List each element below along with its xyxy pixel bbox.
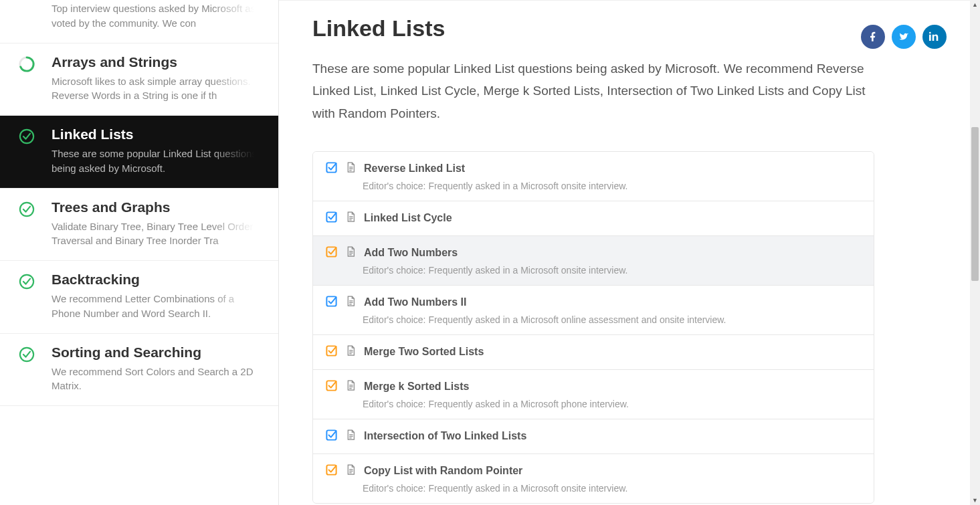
- document-icon: [346, 162, 356, 176]
- progress-ring-icon: [17, 54, 37, 73]
- social-share: [861, 15, 947, 49]
- question-title: Linked List Cycle: [364, 212, 452, 224]
- sidebar-item-title: Backtracking: [52, 272, 265, 288]
- question-item[interactable]: Add Two Numbers IIEditor's choice: Frequ…: [313, 286, 874, 335]
- document-icon: [346, 345, 356, 359]
- svg-point-8: [20, 275, 33, 288]
- sidebar-item-desc: Top interview questions asked by Microso…: [52, 1, 265, 31]
- question-title: Add Two Numbers: [364, 247, 458, 259]
- document-icon: [346, 246, 356, 260]
- sidebar-item-trees[interactable]: Trees and Graphs Validate Binary Tree, B…: [0, 189, 278, 262]
- sidebar-item-desc: Validate Binary Tree, Binary Tree Level …: [52, 219, 265, 249]
- question-title: Reverse Linked List: [364, 163, 465, 175]
- question-subtitle: Editor's choice: Frequently asked in a M…: [325, 261, 862, 276]
- question-title: Intersection of Two Linked Lists: [364, 430, 526, 442]
- question-subtitle: Editor's choice: Frequently asked in a M…: [325, 177, 862, 191]
- svg-point-7: [20, 202, 33, 215]
- question-subtitle: Editor's choice: Frequently asked in a M…: [325, 310, 862, 325]
- sidebar-item-desc: These are some popular Linked List quest…: [52, 146, 265, 176]
- question-subtitle: Editor's choice: Frequently asked in a M…: [325, 479, 862, 494]
- sidebar-item-title: Sorting and Searching: [52, 344, 265, 361]
- question-subtitle: Editor's choice: Frequently asked in a M…: [325, 395, 862, 409]
- sidebar-item-title: Trees and Graphs: [52, 199, 265, 215]
- sidebar: Overview Top interview questions asked b…: [0, 0, 279, 505]
- question-item[interactable]: Add Two NumbersEditor's choice: Frequent…: [313, 236, 874, 286]
- check-circle-icon: [17, 126, 37, 145]
- question-item[interactable]: Merge Two Sorted Lists: [313, 335, 874, 370]
- question-item[interactable]: Reverse Linked ListEditor's choice: Freq…: [313, 152, 874, 201]
- sidebar-item-title: Arrays and Strings: [52, 54, 265, 70]
- sidebar-item-sorting[interactable]: Sorting and Searching We recommend Sort …: [0, 334, 278, 407]
- document-icon: [346, 296, 356, 310]
- document-icon: [346, 380, 356, 394]
- check-circle-icon: [17, 272, 37, 290]
- svg-point-6: [20, 130, 33, 143]
- check-circle-icon: [17, 199, 37, 218]
- sidebar-item-desc: We recommend Sort Colors and Search a 2D…: [52, 365, 265, 394]
- question-title: Add Two Numbers II: [364, 296, 466, 308]
- check-circle-icon: [17, 344, 37, 363]
- document-icon: [346, 464, 356, 478]
- scrollbar-down-arrow[interactable]: ▼: [970, 496, 980, 505]
- checkbox-checked-icon: [325, 211, 338, 226]
- scrollbar-thumb[interactable]: [971, 127, 979, 281]
- sidebar-item-arrays[interactable]: Arrays and Strings Microsoft likes to as…: [0, 43, 278, 116]
- checkbox-checked-icon: [325, 429, 338, 444]
- sidebar-item-desc: We recommend Letter Combinations of a Ph…: [52, 292, 265, 321]
- question-item[interactable]: Intersection of Two Linked Lists: [313, 419, 874, 454]
- svg-point-9: [20, 347, 33, 361]
- checkbox-checked-icon: [325, 464, 338, 479]
- checkbox-checked-icon: [325, 295, 338, 310]
- facebook-share-button[interactable]: [861, 25, 885, 49]
- question-item[interactable]: Merge k Sorted ListsEditor's choice: Fre…: [313, 370, 874, 419]
- document-icon: [346, 211, 356, 225]
- document-icon: [346, 429, 356, 443]
- checkbox-checked-icon: [325, 161, 338, 177]
- checkbox-checked-icon: [325, 245, 338, 261]
- sidebar-item-title: Linked Lists: [52, 126, 265, 142]
- page-title: Linked Lists: [312, 15, 445, 41]
- sidebar-item-backtracking[interactable]: Backtracking We recommend Letter Combina…: [0, 261, 278, 334]
- question-item[interactable]: Copy List with Random PointerEditor's ch…: [313, 454, 874, 503]
- page-description: These are some popular Linked List quest…: [312, 58, 881, 124]
- scrollbar[interactable]: ▲ ▼: [970, 0, 980, 505]
- question-title: Copy List with Random Pointer: [364, 465, 522, 477]
- twitter-share-button[interactable]: [892, 25, 916, 49]
- question-title: Merge Two Sorted Lists: [364, 346, 484, 358]
- question-list: Reverse Linked ListEditor's choice: Freq…: [312, 151, 874, 504]
- checkbox-checked-icon: [325, 379, 338, 395]
- sidebar-item-desc: Microsoft likes to ask simple array ques…: [52, 74, 265, 104]
- sidebar-item-overview[interactable]: Overview Top interview questions asked b…: [0, 0, 278, 43]
- question-item[interactable]: Linked List Cycle: [313, 201, 874, 236]
- question-title: Merge k Sorted Lists: [364, 381, 469, 393]
- sidebar-item-linked-lists[interactable]: Linked Lists These are some popular Link…: [0, 116, 278, 189]
- scrollbar-up-arrow[interactable]: ▲: [970, 0, 980, 9]
- checkbox-checked-icon: [325, 344, 338, 360]
- linkedin-share-button[interactable]: [922, 25, 947, 49]
- main-content: Linked Lists These are some popular Link…: [279, 0, 980, 505]
